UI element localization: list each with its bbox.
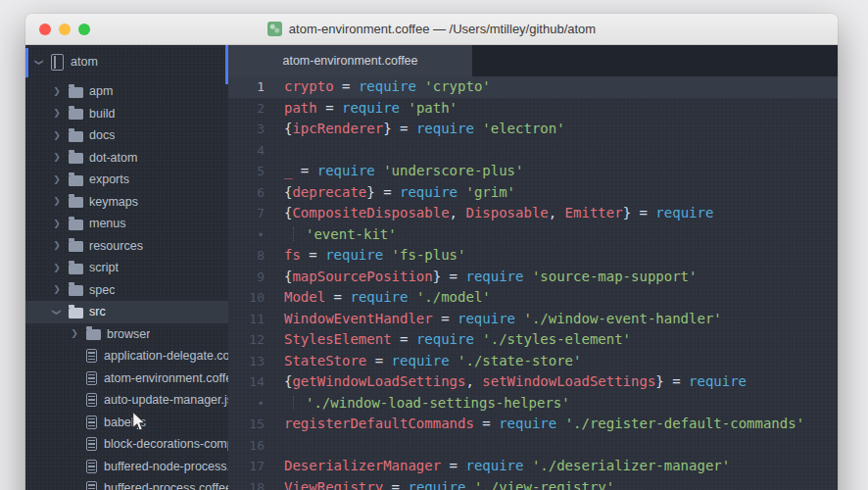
line-number: 6 [228,182,284,204]
chevron-right-icon[interactable] [51,285,63,294]
tree-item-src[interactable]: src [25,301,228,323]
code-text[interactable]: Model = require './model' [284,287,491,309]
tree-item-buffered-process.coffee[interactable]: buffered-process.coffee [25,477,228,490]
zoom-button[interactable] [78,24,90,35]
tree-item-apm[interactable]: apm [25,80,228,103]
file-icon [86,460,97,473]
code-line[interactable]: 18ViewRegistry = require './view-registr… [228,477,838,490]
file-icon [86,437,97,451]
tree-item-label: apm [89,84,113,98]
code-line[interactable]: 5_ = require 'underscore-plus' [228,161,838,182]
chevron-right-icon[interactable] [51,241,63,250]
chevron-right-icon[interactable] [51,220,63,228]
code-text[interactable]: './window-load-settings-helpers' [284,393,570,415]
chevron-down-icon[interactable] [51,308,63,317]
tab-atom-environment[interactable]: atom-environment.coffee [228,45,472,76]
code-text[interactable]: {CompositeDisposable, Disposable, Emitte… [284,203,713,224]
tree-item-label: exports [89,172,129,186]
tree-item-script[interactable]: script [25,257,228,279]
code-line[interactable]: 11WindowEventHandler = require './window… [228,309,838,330]
tree-item-dot-atom[interactable]: dot-atom [25,147,228,170]
wrap-marker: • [228,224,284,246]
wrap-marker: • [228,393,284,415]
minimize-button[interactable] [59,24,71,35]
tree-item-label: babel.js [104,416,146,429]
chevron-right-icon[interactable] [51,175,63,184]
tree-item-atom-environment.coffee[interactable]: atom-environment.coffee [25,368,228,390]
chevron-right-icon[interactable] [51,197,63,206]
tree-view-panel[interactable]: atomapmbuilddocsdot-atomexportskeymapsme… [25,45,228,490]
chevron-right-icon[interactable] [69,329,80,338]
tree-item-block-decorations-component.coffee[interactable]: block-decorations-component.coffee [25,433,228,456]
code-text[interactable]: _ = require 'underscore-plus' [284,161,523,182]
line-number: 18 [228,477,284,490]
code-area[interactable]: 1crypto = require 'crypto'2path = requir… [228,76,838,490]
chevron-right-icon[interactable] [51,87,63,96]
code-line[interactable]: 7{CompositeDisposable, Disposable, Emitt… [228,203,838,224]
tree-item-resources[interactable]: resources [25,235,228,258]
tree-item-atom[interactable]: atom [25,47,228,76]
code-line[interactable]: 15registerDefaultCommands = require './r… [228,414,838,435]
code-line[interactable]: 1crypto = require 'crypto' [228,76,838,98]
tree-item-docs[interactable]: docs [25,124,228,147]
code-line[interactable]: •'./window-load-settings-helpers' [228,393,838,415]
chevron-right-icon[interactable] [51,264,63,272]
folder-icon [69,241,83,252]
code-line[interactable]: 8fs = require 'fs-plus' [228,245,838,267]
code-line[interactable]: 4 [228,140,838,162]
code-line[interactable]: 17DeserializerManager = require './deser… [228,456,838,477]
code-line[interactable]: 16 [228,435,838,457]
line-number: 2 [228,98,284,120]
file-tree: atomapmbuilddocsdot-atomexportskeymapsme… [25,45,228,490]
main-content: atomapmbuilddocsdot-atomexportskeymapsme… [25,45,838,490]
code-line[interactable]: 2path = require 'path' [228,98,838,120]
code-text[interactable]: {mapSourcePosition} = require 'source-ma… [284,267,697,288]
tree-item-exports[interactable]: exports [25,169,228,191]
close-button[interactable] [39,24,51,35]
line-number: 13 [228,351,284,372]
tree-item-auto-update-manager.js[interactable]: auto-update-manager.js [25,389,228,412]
code-text[interactable]: StylesElement = require './styles-elemen… [284,329,631,351]
tree-item-label: auto-update-manager.js [104,393,228,407]
code-line[interactable]: 13StateStore = require './state-store' [228,351,838,372]
line-number: 14 [228,371,284,393]
code-line[interactable]: 10Model = require './model' [228,287,838,309]
code-line[interactable]: 12StylesElement = require './styles-elem… [228,329,838,351]
folder-icon [69,87,83,98]
code-text[interactable]: DeserializerManager = require './deseria… [284,456,730,477]
code-text[interactable]: fs = require 'fs-plus' [284,245,465,267]
folder-icon [69,175,83,186]
tree-item-browser[interactable]: browser [25,323,228,346]
chevron-right-icon[interactable] [51,131,63,140]
editor-pane: atom-environment.coffee 1crypto = requir… [228,45,838,490]
chevron-down-icon[interactable] [33,58,45,67]
code-line[interactable]: 3{ipcRenderer} = require 'electron' [228,119,838,140]
code-text[interactable]: ViewRegistry = require './view-registry' [284,477,614,490]
code-line[interactable]: 6{deprecate} = require 'grim' [228,182,838,204]
tree-item-buffered-node-process.coffee[interactable]: buffered-node-process.coffee [25,456,228,478]
code-text[interactable]: path = require 'path' [284,98,458,120]
code-text[interactable]: 'event-kit' [284,224,397,246]
title-bar[interactable]: atom-environment.coffee — /Users/mtilley… [25,14,838,45]
file-icon [86,371,97,385]
tree-item-label: atom-environment.coffee [104,371,228,385]
chevron-right-icon[interactable] [51,109,63,118]
tree-item-menus[interactable]: menus [25,213,228,235]
code-text[interactable]: registerDefaultCommands = require './reg… [284,414,804,435]
code-text[interactable]: WindowEventHandler = require './window-e… [284,309,722,330]
tree-item-babel.js[interactable]: babel.js [25,412,228,434]
folder-icon [69,109,83,120]
tree-item-keymaps[interactable]: keymaps [25,191,228,214]
code-line[interactable]: 14{getWindowLoadSettings, setWindowLoadS… [228,371,838,393]
code-text[interactable]: crypto = require 'crypto' [284,76,491,98]
tree-item-application-delegate.coffee[interactable]: application-delegate.coffee [25,345,228,368]
tree-item-spec[interactable]: spec [25,279,228,302]
code-text[interactable]: StateStore = require './state-store' [284,351,581,372]
code-line[interactable]: 9{mapSourcePosition} = require 'source-m… [228,267,838,288]
code-text[interactable]: {ipcRenderer} = require 'electron' [284,119,565,140]
tree-item-build[interactable]: build [25,103,228,125]
code-text[interactable]: {deprecate} = require 'grim' [284,182,515,204]
chevron-right-icon[interactable] [51,153,63,162]
code-line[interactable]: •'event-kit' [228,224,838,246]
code-text[interactable]: {getWindowLoadSettings, setWindowLoadSet… [284,371,747,393]
